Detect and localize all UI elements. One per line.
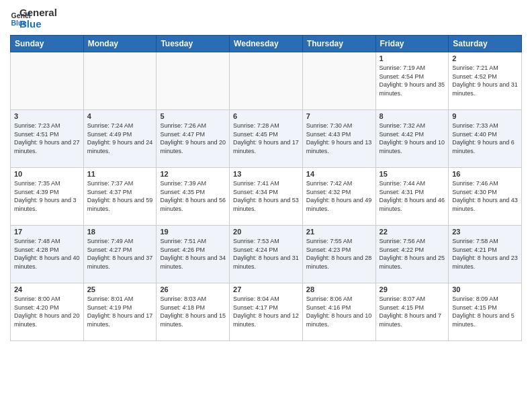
empty-cell [302,52,375,110]
day-info: Sunrise: 7:35 AM Sunset: 4:39 PM Dayligh… [14,179,80,213]
day-cell-6: 6Sunrise: 7:28 AM Sunset: 4:45 PM Daylig… [230,110,303,168]
day-info: Sunrise: 7:21 AM Sunset: 4:52 PM Dayligh… [452,64,518,97]
page: General Blue General Blue SundayMondayTu… [0,0,532,411]
day-cell-9: 9Sunrise: 7:33 AM Sunset: 4:40 PM Daylig… [449,110,522,168]
logo-line2: Blue [19,18,57,30]
weekday-header-sunday: Sunday [11,36,84,52]
day-cell-28: 28Sunrise: 8:06 AM Sunset: 4:16 PM Dayli… [302,283,375,341]
day-number: 1 [380,54,445,62]
day-number: 10 [14,170,80,178]
day-cell-23: 23Sunrise: 7:58 AM Sunset: 4:21 PM Dayli… [449,226,522,283]
day-cell-19: 19Sunrise: 7:51 AM Sunset: 4:26 PM Dayli… [157,226,230,283]
day-number: 16 [452,170,518,178]
day-info: Sunrise: 7:23 AM Sunset: 4:51 PM Dayligh… [14,122,80,155]
day-cell-18: 18Sunrise: 7:49 AM Sunset: 4:27 PM Dayli… [83,226,157,283]
day-info: Sunrise: 7:24 AM Sunset: 4:49 PM Dayligh… [87,122,153,155]
day-cell-27: 27Sunrise: 8:04 AM Sunset: 4:17 PM Dayli… [230,283,303,341]
day-number: 18 [87,228,153,236]
day-number: 19 [160,228,226,236]
day-number: 30 [452,285,518,293]
day-info: Sunrise: 8:03 AM Sunset: 4:18 PM Dayligh… [160,295,226,328]
day-info: Sunrise: 7:26 AM Sunset: 4:47 PM Dayligh… [160,122,226,155]
week-row-2: 3Sunrise: 7:23 AM Sunset: 4:51 PM Daylig… [11,110,522,168]
day-number: 17 [14,228,80,236]
day-number: 21 [306,228,372,236]
empty-cell [157,52,230,110]
day-number: 25 [87,285,153,293]
day-number: 20 [233,228,299,236]
day-cell-20: 20Sunrise: 7:53 AM Sunset: 4:24 PM Dayli… [230,226,303,283]
day-number: 2 [452,54,518,62]
logo-line1: General [19,7,57,18]
day-number: 13 [233,170,299,178]
day-cell-4: 4Sunrise: 7:24 AM Sunset: 4:49 PM Daylig… [83,110,157,168]
day-info: Sunrise: 7:37 AM Sunset: 4:37 PM Dayligh… [87,179,153,213]
day-info: Sunrise: 7:53 AM Sunset: 4:24 PM Dayligh… [233,237,299,271]
weekday-header-monday: Monday [83,36,157,52]
weekday-header-tuesday: Tuesday [157,36,230,52]
day-number: 15 [380,170,445,178]
day-number: 6 [233,112,299,120]
day-cell-16: 16Sunrise: 7:46 AM Sunset: 4:30 PM Dayli… [449,168,522,226]
day-info: Sunrise: 7:46 AM Sunset: 4:30 PM Dayligh… [452,179,518,213]
day-cell-11: 11Sunrise: 7:37 AM Sunset: 4:37 PM Dayli… [83,168,157,226]
day-info: Sunrise: 8:04 AM Sunset: 4:17 PM Dayligh… [233,295,299,328]
day-number: 3 [14,112,80,120]
day-number: 8 [380,112,445,120]
day-info: Sunrise: 7:42 AM Sunset: 4:32 PM Dayligh… [306,179,372,213]
day-number: 7 [306,112,372,120]
weekday-header-saturday: Saturday [449,36,522,52]
day-number: 27 [233,285,299,293]
day-cell-15: 15Sunrise: 7:44 AM Sunset: 4:31 PM Dayli… [375,168,449,226]
day-number: 23 [452,228,518,236]
day-cell-5: 5Sunrise: 7:26 AM Sunset: 4:47 PM Daylig… [157,110,230,168]
day-info: Sunrise: 7:32 AM Sunset: 4:42 PM Dayligh… [380,122,445,155]
day-number: 28 [306,285,372,293]
day-info: Sunrise: 7:48 AM Sunset: 4:28 PM Dayligh… [14,237,80,271]
day-info: Sunrise: 8:01 AM Sunset: 4:19 PM Dayligh… [87,295,153,328]
day-info: Sunrise: 7:30 AM Sunset: 4:43 PM Dayligh… [306,122,372,155]
day-cell-21: 21Sunrise: 7:55 AM Sunset: 4:23 PM Dayli… [302,226,375,283]
day-info: Sunrise: 7:28 AM Sunset: 4:45 PM Dayligh… [233,122,299,155]
day-info: Sunrise: 7:55 AM Sunset: 4:23 PM Dayligh… [306,237,372,271]
week-row-3: 10Sunrise: 7:35 AM Sunset: 4:39 PM Dayli… [11,168,522,226]
day-info: Sunrise: 7:58 AM Sunset: 4:21 PM Dayligh… [452,237,518,271]
day-cell-1: 1Sunrise: 7:19 AM Sunset: 4:54 PM Daylig… [375,52,449,110]
header: General Blue General Blue [10,7,522,30]
day-cell-10: 10Sunrise: 7:35 AM Sunset: 4:39 PM Dayli… [11,168,84,226]
empty-cell [11,52,84,110]
day-info: Sunrise: 7:33 AM Sunset: 4:40 PM Dayligh… [452,122,518,155]
weekday-header-wednesday: Wednesday [230,36,303,52]
day-number: 22 [380,228,445,236]
day-cell-29: 29Sunrise: 8:07 AM Sunset: 4:15 PM Dayli… [375,283,449,341]
weekday-header-thursday: Thursday [302,36,375,52]
day-cell-25: 25Sunrise: 8:01 AM Sunset: 4:19 PM Dayli… [83,283,157,341]
day-cell-14: 14Sunrise: 7:42 AM Sunset: 4:32 PM Dayli… [302,168,375,226]
day-cell-24: 24Sunrise: 8:00 AM Sunset: 4:20 PM Dayli… [11,283,84,341]
logo: General Blue General Blue [10,7,57,30]
week-row-5: 24Sunrise: 8:00 AM Sunset: 4:20 PM Dayli… [11,283,522,341]
day-cell-17: 17Sunrise: 7:48 AM Sunset: 4:28 PM Dayli… [11,226,84,283]
day-info: Sunrise: 8:00 AM Sunset: 4:20 PM Dayligh… [14,295,80,328]
weekday-header-row: SundayMondayTuesdayWednesdayThursdayFrid… [11,36,522,52]
day-cell-22: 22Sunrise: 7:56 AM Sunset: 4:22 PM Dayli… [375,226,449,283]
weekday-header-friday: Friday [375,36,449,52]
day-info: Sunrise: 7:51 AM Sunset: 4:26 PM Dayligh… [160,237,226,271]
day-info: Sunrise: 7:44 AM Sunset: 4:31 PM Dayligh… [380,179,445,213]
day-number: 5 [160,112,226,120]
calendar: SundayMondayTuesdayWednesdayThursdayFrid… [10,35,522,341]
week-row-4: 17Sunrise: 7:48 AM Sunset: 4:28 PM Dayli… [11,226,522,283]
day-cell-3: 3Sunrise: 7:23 AM Sunset: 4:51 PM Daylig… [11,110,84,168]
day-info: Sunrise: 8:07 AM Sunset: 4:15 PM Dayligh… [380,295,445,328]
day-number: 14 [306,170,372,178]
day-number: 9 [452,112,518,120]
day-info: Sunrise: 7:56 AM Sunset: 4:22 PM Dayligh… [380,237,445,271]
day-cell-7: 7Sunrise: 7:30 AM Sunset: 4:43 PM Daylig… [302,110,375,168]
day-info: Sunrise: 7:39 AM Sunset: 4:35 PM Dayligh… [160,179,226,213]
day-cell-13: 13Sunrise: 7:41 AM Sunset: 4:34 PM Dayli… [230,168,303,226]
day-number: 12 [160,170,226,178]
day-number: 29 [380,285,445,293]
day-number: 24 [14,285,80,293]
day-number: 11 [87,170,153,178]
day-cell-12: 12Sunrise: 7:39 AM Sunset: 4:35 PM Dayli… [157,168,230,226]
